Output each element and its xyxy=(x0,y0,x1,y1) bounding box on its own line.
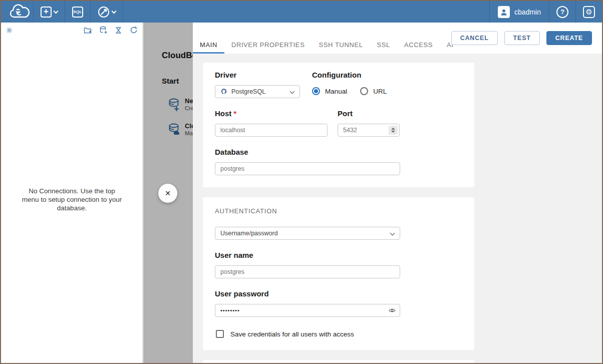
wrench-circle-icon xyxy=(98,6,110,18)
save-credentials-label: Save credentials for all users with acce… xyxy=(230,330,354,338)
dialog-tabs: MAIN DRIVER PROPERTIES SSH TUNNEL SSL AC… xyxy=(193,36,460,54)
chevron-down-icon xyxy=(112,9,117,14)
help-button[interactable]: ? xyxy=(549,1,575,23)
driver-value: PostgreSQL xyxy=(231,88,265,95)
config-manual-radio[interactable]: Manual xyxy=(312,87,347,95)
help-icon: ? xyxy=(556,6,568,18)
radio-unselected-icon xyxy=(360,87,368,95)
tab-ssl[interactable]: SSL xyxy=(370,36,397,54)
new-connection-menu-button[interactable]: + xyxy=(41,7,58,18)
cloudbeaver-window: + SQL xyxy=(0,0,603,364)
chevron-down-icon xyxy=(54,9,59,14)
config-url-radio[interactable]: URL xyxy=(360,87,387,95)
radio-selected-icon xyxy=(312,87,320,95)
refresh-icon[interactable] xyxy=(130,26,138,34)
sql-editor-button[interactable]: SQL xyxy=(72,7,83,18)
new-connection-dialog: MAIN DRIVER PROPERTIES SSH TUNNEL SSL AC… xyxy=(193,23,602,363)
gear-icon: ⚙ xyxy=(583,6,595,18)
database-input[interactable] xyxy=(215,162,400,175)
password-input[interactable] xyxy=(215,304,400,317)
chevron-down-icon xyxy=(290,89,295,94)
test-button[interactable]: TEST xyxy=(504,31,540,45)
close-icon: ✕ xyxy=(165,189,171,197)
dialog-body: Driver PostgreSQL xyxy=(193,54,602,363)
port-stepper[interactable] xyxy=(389,126,398,135)
create-button[interactable]: CREATE xyxy=(546,31,592,45)
postgresql-icon xyxy=(220,88,227,95)
top-app-bar: + SQL xyxy=(1,1,602,23)
required-marker: * xyxy=(233,109,236,118)
toolbar-separator xyxy=(123,1,123,23)
plus-square-icon: + xyxy=(41,7,52,18)
new-connection-icon[interactable] xyxy=(99,26,107,34)
chevron-down-icon xyxy=(390,231,395,236)
navigator-settings-gear-icon[interactable] xyxy=(6,27,13,34)
navigator-toolbar xyxy=(1,23,142,38)
password-label: User password xyxy=(215,289,462,298)
tab-access[interactable]: ACCESS xyxy=(397,36,440,54)
save-credentials-option[interactable]: Save credentials for all users with acce… xyxy=(215,330,462,338)
auth-method-value: Username/password xyxy=(220,230,278,237)
user-name-label: cbadmin xyxy=(514,8,541,16)
tab-main[interactable]: MAIN xyxy=(193,36,224,54)
tools-menu-button[interactable] xyxy=(98,6,116,18)
new-folder-icon[interactable] xyxy=(84,27,92,34)
navigator-panel: No Connections. Use the top menu to setu… xyxy=(1,23,143,363)
auth-method-select[interactable]: Username/password xyxy=(215,227,400,240)
connection-settings-card: Driver PostgreSQL xyxy=(203,63,474,187)
no-connections-message: No Connections. Use the top menu to setu… xyxy=(21,187,123,212)
tab-driver-properties[interactable]: DRIVER PROPERTIES xyxy=(224,36,312,54)
show-password-eye-icon[interactable] xyxy=(389,307,396,314)
sql-editor-icon: SQL xyxy=(72,7,83,18)
driver-label: Driver xyxy=(215,71,312,79)
user-avatar-icon xyxy=(498,6,510,18)
administration-button[interactable]: ⚙ xyxy=(576,1,602,23)
username-input[interactable] xyxy=(215,265,400,278)
cancel-button[interactable]: CANCEL xyxy=(451,31,498,45)
configuration-label: Configuration xyxy=(312,71,387,79)
collapse-all-icon[interactable] xyxy=(115,27,122,34)
cloudbeaver-logo-icon[interactable] xyxy=(7,4,33,20)
checkbox-unchecked-icon[interactable] xyxy=(216,330,224,338)
dialog-header: MAIN DRIVER PROPERTIES SSH TUNNEL SSL AC… xyxy=(193,23,602,54)
port-label: Port xyxy=(338,109,400,118)
host-label: Host* xyxy=(215,109,338,118)
stepper-down-icon xyxy=(391,131,395,133)
authentication-card: AUTHENTICATION Username/password User na… xyxy=(203,197,474,350)
driver-select[interactable]: PostgreSQL xyxy=(215,85,300,98)
username-label: User name xyxy=(215,251,462,259)
tab-ssh-tunnel[interactable]: SSH TUNNEL xyxy=(312,36,370,54)
host-input[interactable] xyxy=(215,124,328,137)
authentication-section-label: AUTHENTICATION xyxy=(215,207,462,215)
database-label: Database xyxy=(215,148,400,156)
dialog-close-button[interactable]: ✕ xyxy=(158,184,177,203)
stepper-up-icon xyxy=(391,128,395,130)
user-menu-button[interactable]: cbadmin xyxy=(490,1,549,23)
advanced-settings-card xyxy=(203,360,474,363)
